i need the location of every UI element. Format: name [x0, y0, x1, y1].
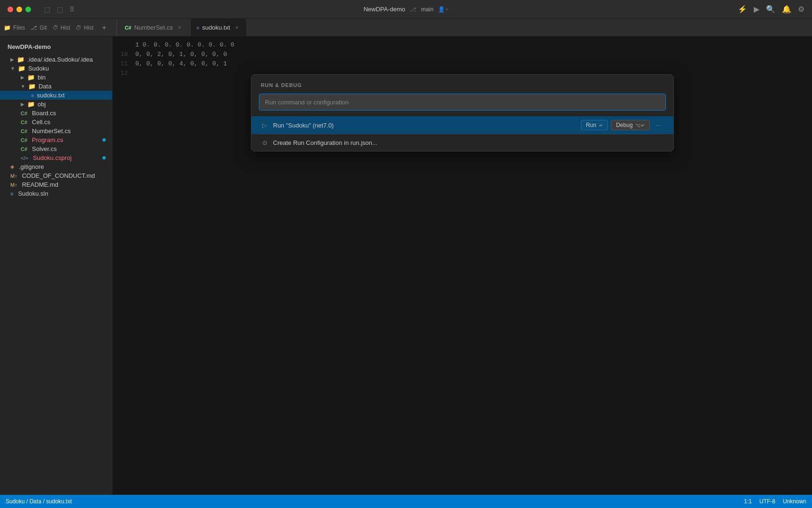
tree-obj-folder[interactable]: ▶ 📁 obj [0, 100, 112, 109]
tabbar-left: 📁 Files ⎇ Git ⏱ Hist ⏱ Hist + [4, 19, 117, 36]
debug-button[interactable]: Debug ⌥↵ [611, 120, 650, 130]
history-tab-2[interactable]: ⏱ Hist [76, 24, 94, 31]
statusbar-path[interactable]: Sudoku / Data / sudoku.txt [6, 498, 72, 505]
minimize-button[interactable] [16, 7, 22, 12]
tree-numberset-label: NumberSet.cs [32, 127, 70, 135]
tree-sudoku-csproj[interactable]: </> Sudoku.csproj [0, 153, 112, 162]
tree-solver-cs[interactable]: C# Solver.cs [0, 144, 112, 153]
folder-obj-icon: 📁 [27, 101, 35, 108]
close-sudoku-tab[interactable]: ✕ [233, 24, 241, 32]
run-btn-label: Run [586, 122, 596, 128]
folder-bin-icon: 📁 [27, 74, 35, 81]
bolt-icon[interactable]: ⚡ [738, 5, 747, 14]
sln-icon: ≡ [10, 191, 13, 197]
tree-sudoku-folder[interactable]: ▼ 📁 Sudoku [0, 64, 112, 73]
tree-obj-label: obj [38, 101, 46, 108]
run-config-input[interactable] [265, 99, 660, 106]
tree-data-folder[interactable]: ▼ 📁 Data [0, 82, 112, 91]
tree-data-label: Data [39, 83, 51, 90]
panel-title: RUN & DEBUG [251, 75, 673, 94]
main-area: NewDPA-demo ▶ 📁 .idea/.idea.Sudoku/.idea… [0, 37, 812, 495]
git-icon: ⎇ [31, 24, 37, 31]
run-debug-panel: RUN & DEBUG ▷ Run "Sudoku" (net7.0) Run … [251, 74, 674, 151]
gear-icon[interactable]: ⚙ [798, 5, 804, 14]
caret-bin: ▶ [21, 75, 24, 80]
tree-board-label: Board.cs [32, 110, 56, 117]
files-tab[interactable]: 📁 Files [4, 24, 25, 31]
titlebar-right: ⚡ ▶ 🔍 🔔 ⚙ [738, 5, 804, 14]
tab-label-sudoku: sudoku.txt [202, 24, 230, 31]
statusbar-position[interactable]: 1:1 [744, 498, 752, 505]
tree-conduct-md[interactable]: M↑ CODE_OF_CONDUCT.md [0, 171, 112, 180]
tabbar: 📁 Files ⎇ Git ⏱ Hist ⏱ Hist + C# NumberS… [0, 19, 812, 37]
cs-solver-icon: C# [21, 146, 27, 152]
run-item-actions: Run ↵ Debug ⌥↵ ··· [581, 120, 664, 130]
tree-cell-cs[interactable]: C# Cell.cs [0, 118, 112, 127]
run-sudoku-item[interactable]: ▷ Run "Sudoku" (net7.0) Run ↵ Debug ⌥↵ ·… [251, 116, 673, 134]
cs-board-icon: C# [21, 111, 27, 116]
statusbar-encoding[interactable]: UTF-8 [759, 498, 775, 505]
tree-gitignore-label: .gitignore [19, 163, 44, 170]
close-button[interactable] [8, 7, 13, 12]
folder-idea-icon: 📁 [17, 56, 24, 63]
tree-numberset-cs[interactable]: C# NumberSet.cs [0, 127, 112, 135]
run-shortcut: ↵ [599, 123, 603, 128]
project-name: NewDPA-demo [364, 6, 406, 13]
statusbar-language[interactable]: Unknown [783, 498, 806, 505]
run-button[interactable]: Run ↵ [581, 120, 608, 130]
tree-program-label: Program.cs [32, 136, 63, 143]
tree-idea-folder[interactable]: ▶ 📁 .idea/.idea.Sudoku/.idea [0, 55, 112, 64]
search-box[interactable] [259, 94, 666, 111]
tree-solver-label: Solver.cs [32, 145, 57, 152]
traffic-lights [8, 7, 31, 12]
bell-icon[interactable]: 🔔 [782, 5, 791, 14]
panel-toggle-icon[interactable]: ⬚ [57, 6, 63, 13]
git-tab[interactable]: ⎇ Git [31, 24, 47, 31]
folder-sudoku-icon: 📁 [18, 65, 25, 72]
tree-gitignore[interactable]: ◈ .gitignore [0, 162, 112, 171]
statusbar: Sudoku / Data / sudoku.txt 1:1 UTF-8 Unk… [0, 495, 812, 508]
tree-readme-md[interactable]: M↑ README.md [0, 180, 112, 189]
caret-obj: ▶ [21, 102, 24, 107]
cs-cell-icon: C# [21, 119, 27, 125]
history-tab-1[interactable]: ⏱ Hist [53, 24, 70, 31]
tree-readme-label: README.md [22, 181, 58, 188]
titlebar-title: NewDPA-demo ⎇ main 👤+ [82, 6, 730, 13]
tree-program-cs[interactable]: C# Program.cs [0, 135, 112, 144]
csproj-modified-dot [102, 156, 106, 159]
branch-name: main [421, 6, 433, 13]
git-file-icon: ◈ [10, 164, 14, 170]
statusbar-right: 1:1 UTF-8 Unknown [744, 498, 806, 505]
play-icon[interactable]: ▶ [754, 5, 759, 14]
close-numberset-tab[interactable]: ✕ [176, 24, 183, 32]
md-readme-icon: M↑ [10, 182, 17, 188]
tab-label-numberset: NumberSet.cs [134, 24, 172, 31]
tab-sudoku-txt[interactable]: ≡ sudoku.txt ✕ [191, 19, 246, 36]
sidebar-toggle-icon[interactable]: ⬚ [44, 6, 50, 13]
tree-sudoku-txt[interactable]: ≡ sudoku.txt [0, 91, 112, 100]
tree-bin-folder[interactable]: ▶ 📁 bin [0, 73, 112, 82]
maximize-button[interactable] [25, 7, 31, 12]
tree-board-cs[interactable]: C# Board.cs [0, 109, 112, 118]
more-button[interactable]: ··· [653, 120, 664, 130]
run-item-label: Run "Sudoku" (net7.0) [273, 122, 576, 129]
create-config-icon: ⊙ [261, 139, 268, 146]
debug-btn-label: Debug [616, 122, 632, 128]
caret-idea: ▶ [10, 57, 14, 62]
cs-lang-icon: C# [125, 25, 131, 31]
create-run-config-item[interactable]: ⊙ Create Run Configuration in run.json..… [251, 135, 673, 151]
tree-sudoku-txt-label: sudoku.txt [37, 92, 64, 99]
csproj-icon: </> [21, 155, 28, 161]
tree-sudoku-sln[interactable]: ≡ Sudoku.sln [0, 189, 112, 198]
caret-sudoku: ▼ [10, 66, 15, 71]
statusbar-left: Sudoku / Data / sudoku.txt [6, 498, 72, 505]
editor-area: 1 0. 0. 0. 0. 0. 0. 0. 0. 0 10 0, 0, 2, … [113, 37, 812, 495]
tree-csproj-label: Sudoku.csproj [33, 154, 71, 161]
tab-numberset-cs[interactable]: C# NumberSet.cs ✕ [119, 19, 188, 36]
folder-data-icon: 📁 [28, 83, 36, 90]
search-icon[interactable]: 🔍 [766, 5, 775, 14]
grid-icon[interactable]: ⠿ [70, 6, 74, 13]
add-tab-button[interactable]: + [99, 24, 109, 32]
tree-conduct-label: CODE_OF_CONDUCT.md [22, 172, 95, 179]
clock-icon-1: ⏱ [53, 24, 58, 31]
